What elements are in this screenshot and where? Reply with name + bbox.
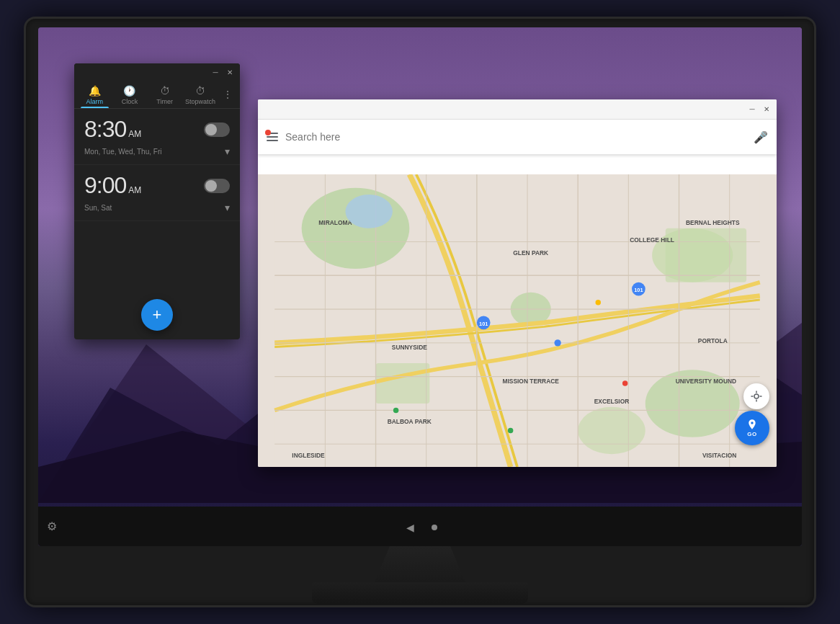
maps-content: 101 101 MIRALOMA GLEN PARK COLLEGE HILL … — [258, 174, 777, 467]
svg-point-46 — [393, 408, 398, 413]
tab-stopwatch[interactable]: ⏱ Stopwatch — [182, 81, 218, 108]
map-tiles: 101 101 MIRALOMA GLEN PARK COLLEGE HILL … — [258, 174, 777, 467]
tab-clock-label: Clock — [122, 98, 138, 105]
tab-timer-label: Timer — [156, 98, 173, 105]
add-alarm-fab[interactable]: + — [141, 299, 173, 331]
alarm-time-2-main: 9:00 — [84, 172, 126, 199]
alarm-time-1: 8:30 AM — [84, 116, 141, 143]
maps-mic-icon[interactable]: 🎤 — [754, 130, 768, 144]
svg-text:COLLEGE HILL: COLLEGE HILL — [630, 236, 674, 244]
monitor-stand-base — [312, 582, 528, 604]
svg-text:101: 101 — [479, 321, 488, 327]
monitor-screen: ─ ✕ 🔔 Alarm 🕐 Clock ⏱ Timer ⏱ — [38, 27, 802, 546]
tab-alarm[interactable]: 🔔 Alarm — [77, 81, 112, 108]
maps-close-btn[interactable]: ✕ — [761, 104, 772, 115]
alarm-item-1-top: 8:30 AM — [84, 116, 230, 143]
svg-rect-8 — [376, 363, 430, 404]
alarm-close-btn[interactable]: ✕ — [224, 66, 236, 78]
taskbar-back-btn[interactable]: ◀ — [403, 520, 417, 535]
alarm-days-1-text: Mon, Tue, Wed, Thu, Fri — [84, 148, 161, 156]
stopwatch-icon: ⏱ — [195, 85, 205, 97]
taskbar: ⚙ ◀ — [38, 507, 802, 546]
map-location-btn[interactable] — [743, 383, 769, 409]
tab-clock[interactable]: 🕐 Clock — [112, 81, 148, 108]
svg-text:EXCELSIOR: EXCELSIOR — [594, 398, 630, 405]
map-svg: 101 101 MIRALOMA GLEN PARK COLLEGE HILL … — [258, 174, 777, 467]
alarm-time-2-ampm: AM — [128, 185, 141, 195]
timer-icon: ⏱ — [160, 85, 170, 97]
alarm-toggle-1[interactable] — [204, 122, 230, 137]
svg-text:GLEN PARK: GLEN PARK — [513, 249, 548, 257]
maps-minimize-btn[interactable]: ─ — [746, 104, 758, 115]
alarm-item-2: 9:00 AM Sun, Sat ▾ — [74, 165, 240, 221]
tab-alarm-label: Alarm — [86, 98, 104, 105]
alarm-toggle-2[interactable] — [204, 179, 230, 193]
svg-point-44 — [554, 339, 560, 346]
maps-titlebar: ─ ✕ — [258, 99, 777, 120]
svg-text:101: 101 — [634, 287, 643, 293]
alarm-time-2: 9:00 AM — [84, 172, 141, 199]
go-label: GO — [747, 431, 756, 437]
svg-point-45 — [622, 380, 627, 385]
svg-text:VISITACION: VISITACION — [702, 452, 736, 459]
alarm-titlebar: ─ ✕ — [74, 63, 240, 81]
svg-rect-6 — [666, 228, 746, 282]
alarm-body: 8:30 AM Mon, Tue, Wed, Thu, Fri ▾ — [74, 109, 240, 339]
monitor: ─ ✕ 🔔 Alarm 🕐 Clock ⏱ Timer ⏱ — [24, 17, 816, 607]
svg-text:MIRALOMA: MIRALOMA — [318, 219, 352, 226]
alarm-days-2: Sun, Sat ▾ — [84, 199, 230, 215]
svg-point-43 — [345, 195, 392, 228]
alarm-days-2-text: Sun, Sat — [84, 204, 112, 212]
tab-stopwatch-label: Stopwatch — [185, 98, 215, 105]
alarm-expand-1-btn[interactable]: ▾ — [225, 146, 230, 157]
svg-text:BERNAL HEIGHTS: BERNAL HEIGHTS — [686, 219, 740, 226]
alarm-expand-2-btn[interactable]: ▾ — [225, 202, 230, 213]
svg-text:MISSION TERRACE: MISSION TERRACE — [502, 378, 559, 385]
alarm-app-window: ─ ✕ 🔔 Alarm 🕐 Clock ⏱ Timer ⏱ — [74, 63, 240, 339]
map-go-btn[interactable]: GO — [735, 411, 769, 445]
svg-point-48 — [596, 300, 601, 305]
svg-text:UNIVERSITY MOUND: UNIVERSITY MOUND — [676, 378, 736, 385]
svg-text:SUNNYSIDE: SUNNYSIDE — [392, 344, 427, 351]
svg-point-10 — [578, 407, 645, 454]
clock-icon: 🕐 — [123, 85, 135, 97]
alarm-days-1: Mon, Tue, Wed, Thu, Fri ▾ — [84, 143, 230, 159]
alarm-tabs: 🔔 Alarm 🕐 Clock ⏱ Timer ⏱ Stopwatch ⋮ — [74, 81, 240, 109]
maps-search-input[interactable] — [285, 131, 746, 143]
menu-line-2 — [267, 136, 278, 138]
alarm-time-1-ampm: AM — [128, 129, 141, 139]
alarm-list: 8:30 AM Mon, Tue, Wed, Thu, Fri ▾ — [74, 109, 240, 221]
notification-dot — [265, 130, 271, 135]
alarm-more-btn[interactable]: ⋮ — [218, 81, 237, 108]
maps-app-window: ─ ✕ 🎤 — [258, 99, 777, 467]
svg-point-49 — [754, 394, 759, 398]
settings-gear-icon: ⚙ — [47, 520, 57, 532]
alarm-time-1-main: 8:30 — [84, 116, 126, 143]
alarm-icon: 🔔 — [89, 85, 101, 97]
svg-text:PORTOLA: PORTOLA — [698, 337, 728, 344]
alarm-minimize-btn[interactable]: ─ — [210, 66, 221, 78]
settings-icon-taskbar[interactable]: ⚙ — [47, 520, 57, 533]
svg-point-47 — [508, 428, 513, 433]
alarm-item-1: 8:30 AM Mon, Tue, Wed, Thu, Fri ▾ — [74, 109, 240, 165]
menu-line-3 — [267, 140, 278, 141]
svg-text:INGLESIDE: INGLESIDE — [292, 452, 325, 459]
maps-search-bar: 🎤 — [258, 120, 777, 154]
tab-timer[interactable]: ⏱ Timer — [147, 81, 182, 108]
svg-text:BALBOA PARK: BALBOA PARK — [388, 418, 432, 425]
taskbar-home-dot[interactable] — [432, 525, 437, 530]
alarm-item-2-top: 9:00 AM — [84, 172, 230, 199]
monitor-stand-neck — [370, 546, 470, 582]
